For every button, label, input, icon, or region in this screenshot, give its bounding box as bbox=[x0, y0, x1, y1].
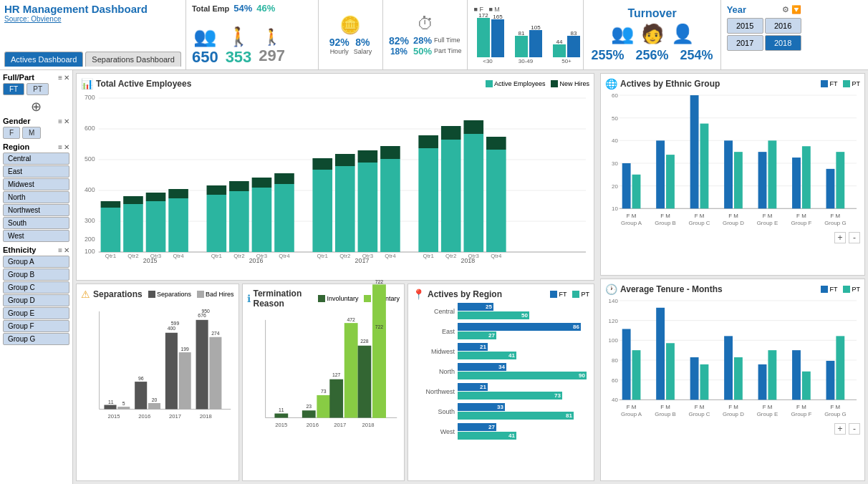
active-emp-legend: Active Employees bbox=[494, 80, 546, 87]
year-2015[interactable]: 2015 bbox=[727, 18, 763, 34]
region-central[interactable]: Central bbox=[3, 153, 69, 165]
ethnic-minus-icon[interactable]: - bbox=[849, 232, 860, 243]
svg-text:Group E: Group E bbox=[757, 220, 778, 226]
svg-text:10: 10 bbox=[612, 205, 618, 212]
tenure-minus-icon[interactable]: - bbox=[849, 423, 860, 435]
svg-rect-88 bbox=[135, 382, 147, 409]
region-midwest[interactable]: Midwest bbox=[3, 178, 69, 190]
svg-text:60: 60 bbox=[612, 92, 618, 99]
svg-rect-124 bbox=[372, 320, 386, 418]
svg-rect-50 bbox=[335, 154, 355, 166]
ft-ten-legend: FT bbox=[829, 286, 837, 293]
region-row-central: Central 25 50 bbox=[415, 303, 587, 319]
filter-x-icon[interactable]: ✕ bbox=[64, 74, 69, 82]
svg-rect-5 bbox=[567, 36, 580, 57]
ethnic-plus-icon[interactable]: + bbox=[834, 232, 846, 243]
svg-text:Qtr3: Qtr3 bbox=[256, 253, 268, 259]
turnover-val-1: 255% bbox=[591, 48, 624, 63]
turnover-title: Turnover bbox=[627, 7, 676, 20]
region-row-midwest: Midwest 21 41 bbox=[415, 343, 587, 359]
clear-icon-year[interactable]: 🔽 bbox=[791, 5, 801, 14]
eth-x-icon[interactable]: ✕ bbox=[64, 246, 69, 254]
svg-text:20: 20 bbox=[612, 183, 618, 190]
svg-text:228: 228 bbox=[360, 339, 369, 344]
svg-text:F M: F M bbox=[728, 213, 738, 219]
eth-groupb[interactable]: Group B bbox=[3, 268, 69, 281]
svg-rect-100 bbox=[209, 337, 221, 410]
region-row-west: West 27 41 bbox=[415, 423, 587, 440]
svg-text:F M: F M bbox=[660, 213, 670, 219]
sep-title: Separations bbox=[93, 289, 143, 299]
svg-rect-57 bbox=[418, 135, 438, 148]
gender-eq-icon[interactable]: ≡ bbox=[58, 117, 62, 125]
svg-rect-110 bbox=[302, 410, 315, 417]
ft-person-icon: 🚶 bbox=[226, 26, 252, 48]
svg-text:2018: 2018 bbox=[200, 413, 212, 420]
eth-groupe[interactable]: Group E bbox=[3, 307, 69, 319]
region-south[interactable]: South bbox=[3, 217, 69, 229]
svg-rect-33 bbox=[146, 201, 166, 252]
year-2016[interactable]: 2016 bbox=[765, 18, 801, 34]
eth-groupd[interactable]: Group D bbox=[3, 294, 69, 306]
svg-text:100: 100 bbox=[85, 248, 95, 255]
filter-eq-icon[interactable]: ≡ bbox=[58, 74, 62, 82]
filter-icon-year[interactable]: ⚙ bbox=[782, 5, 789, 14]
region-x-icon[interactable]: ✕ bbox=[64, 143, 69, 151]
add-filter-icon[interactable]: ⊕ bbox=[3, 99, 69, 115]
eth-groupf[interactable]: Group F bbox=[3, 320, 69, 332]
svg-text:F M: F M bbox=[796, 404, 806, 410]
svg-text:Qtr1: Qtr1 bbox=[423, 253, 435, 259]
svg-text:Group A: Group A bbox=[621, 220, 642, 226]
svg-text:11: 11 bbox=[108, 400, 114, 405]
region-north[interactable]: North bbox=[3, 191, 69, 203]
svg-text:Group D: Group D bbox=[723, 220, 744, 226]
ft-filter-btn[interactable]: FT bbox=[3, 83, 24, 95]
pt-filter-btn[interactable]: PT bbox=[26, 83, 49, 95]
svg-rect-61 bbox=[463, 120, 483, 134]
svg-text:Group G: Group G bbox=[824, 411, 846, 417]
region-row-north: North 34 90 bbox=[415, 363, 587, 379]
eth-groupg[interactable]: Group G bbox=[3, 333, 69, 345]
svg-rect-43 bbox=[252, 178, 272, 188]
tab-actives[interactable]: Actives Dashboard bbox=[4, 52, 83, 67]
svg-text:2017: 2017 bbox=[334, 422, 346, 428]
people-icon: 👥 bbox=[192, 26, 218, 48]
inv-legend: Involuntary bbox=[327, 295, 358, 302]
region-eq-icon[interactable]: ≡ bbox=[58, 143, 62, 151]
svg-text:F M: F M bbox=[627, 213, 637, 219]
svg-text:Qtr1: Qtr1 bbox=[211, 253, 223, 259]
svg-rect-152 bbox=[826, 169, 835, 208]
svg-text:722: 722 bbox=[375, 324, 383, 329]
svg-text:Qtr4: Qtr4 bbox=[173, 253, 184, 259]
fulltime-label: Full Time bbox=[434, 37, 460, 44]
region-west[interactable]: West bbox=[3, 230, 69, 242]
year-2018[interactable]: 2018 bbox=[765, 35, 801, 51]
region-east[interactable]: East bbox=[3, 165, 69, 178]
tenure-plus-icon[interactable]: + bbox=[834, 423, 846, 435]
female-filter-btn[interactable]: F bbox=[3, 127, 20, 139]
gender-x-icon[interactable]: ✕ bbox=[64, 117, 69, 125]
eth-groupa[interactable]: Group A bbox=[3, 256, 69, 268]
eth-eq-icon[interactable]: ≡ bbox=[58, 246, 62, 254]
svg-rect-185 bbox=[700, 364, 709, 400]
eth-groupc[interactable]: Group C bbox=[3, 281, 69, 294]
svg-rect-184 bbox=[690, 357, 699, 400]
location-icon: 📍 bbox=[413, 289, 425, 300]
ethnic-title: Actives by Ethnic Group bbox=[620, 79, 720, 89]
male-filter-btn[interactable]: M bbox=[22, 127, 41, 139]
svg-text:Group F: Group F bbox=[791, 220, 811, 226]
svg-rect-94 bbox=[179, 352, 191, 409]
svg-text:676: 676 bbox=[198, 313, 206, 318]
svg-rect-49 bbox=[335, 166, 355, 252]
person-icon-2: 🧑 bbox=[641, 23, 664, 45]
region-northwest[interactable]: Northwest bbox=[3, 204, 69, 216]
svg-text:200: 200 bbox=[85, 236, 95, 243]
svg-rect-116 bbox=[344, 323, 357, 417]
svg-rect-149 bbox=[768, 140, 776, 208]
year-2017[interactable]: 2017 bbox=[727, 35, 763, 51]
coin-icon: 🪙 bbox=[339, 15, 361, 35]
tab-separations[interactable]: Separations Dashboard bbox=[85, 52, 181, 67]
svg-rect-148 bbox=[758, 152, 767, 208]
svg-rect-2 bbox=[515, 36, 528, 57]
total-emp-label: Total Emp bbox=[192, 4, 229, 13]
